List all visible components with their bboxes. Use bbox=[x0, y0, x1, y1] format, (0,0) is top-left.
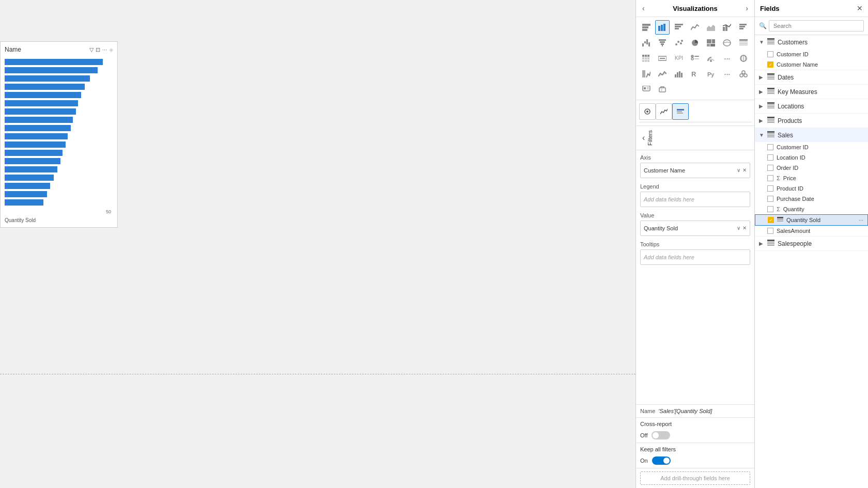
field-checkbox[interactable] bbox=[767, 228, 773, 234]
field-item[interactable]: Purchase Date bbox=[755, 194, 868, 204]
keep-filters-toggle[interactable] bbox=[652, 456, 671, 465]
format-button[interactable] bbox=[639, 103, 656, 120]
fields-search-bar: 🔍 bbox=[755, 17, 868, 35]
analytics-button[interactable] bbox=[656, 103, 672, 120]
viz-r-visual[interactable]: R bbox=[688, 67, 702, 81]
viz-custom3[interactable] bbox=[736, 67, 751, 81]
bar-row bbox=[5, 100, 113, 107]
viz-treemap[interactable] bbox=[704, 36, 718, 50]
cross-report-toggle[interactable] bbox=[652, 431, 670, 439]
field-checkbox[interactable] bbox=[767, 51, 773, 57]
svg-rect-42 bbox=[647, 57, 649, 59]
svg-rect-92 bbox=[767, 104, 774, 105]
field-group-header-dates[interactable]: ▶Dates bbox=[755, 70, 868, 84]
viz-gauge[interactable] bbox=[704, 51, 718, 66]
bar-chart bbox=[5, 56, 113, 208]
svg-rect-88 bbox=[767, 90, 774, 91]
viz-table[interactable] bbox=[736, 36, 751, 50]
field-item[interactable]: Customer ID bbox=[755, 49, 868, 59]
viz-column-chart[interactable] bbox=[672, 20, 686, 35]
svg-rect-107 bbox=[767, 242, 774, 243]
svg-rect-103 bbox=[777, 217, 783, 218]
field-item[interactable]: SalesAmount bbox=[755, 226, 868, 236]
nav-back-button[interactable]: ‹ bbox=[641, 4, 646, 12]
viz-custom4[interactable] bbox=[639, 82, 654, 97]
viz-pie[interactable] bbox=[688, 36, 702, 50]
filters-toggle-button[interactable]: ‹ bbox=[640, 131, 647, 145]
value-remove-button[interactable]: ✕ bbox=[742, 225, 747, 231]
viz-ribbon-chart[interactable] bbox=[736, 20, 751, 35]
svg-rect-1 bbox=[642, 26, 648, 28]
viz-more2[interactable]: ··· bbox=[720, 67, 734, 81]
field-item[interactable]: Product ID bbox=[755, 183, 868, 194]
svg-rect-45 bbox=[647, 60, 649, 62]
filter-icon[interactable]: ▽ bbox=[89, 46, 94, 53]
field-checkbox[interactable] bbox=[767, 154, 773, 161]
viz-funnel[interactable] bbox=[655, 36, 670, 50]
field-checkbox[interactable] bbox=[767, 206, 773, 212]
viz-custom1[interactable] bbox=[639, 67, 654, 81]
viz-combo-chart[interactable] bbox=[720, 20, 734, 35]
field-checkbox[interactable] bbox=[767, 175, 773, 181]
bar-row bbox=[5, 158, 113, 165]
field-item[interactable]: ΣPrice bbox=[755, 173, 868, 183]
viz-scatter[interactable] bbox=[672, 36, 686, 50]
more-icon[interactable]: ··· bbox=[102, 46, 107, 53]
field-group-header-customers[interactable]: ▼Customers bbox=[755, 35, 868, 49]
search-input[interactable] bbox=[769, 20, 864, 32]
nav-forward-button[interactable]: › bbox=[745, 4, 749, 12]
axis-well[interactable]: Customer Name ∨ ✕ bbox=[640, 163, 750, 178]
field-group-header-salespeople[interactable]: ▶Salespeople bbox=[755, 237, 868, 250]
focus-icon[interactable]: ⊡ bbox=[96, 46, 100, 53]
field-checkbox[interactable] bbox=[767, 196, 773, 202]
legend-section: Legend Add data fields here bbox=[640, 183, 750, 207]
svg-rect-6 bbox=[675, 24, 683, 25]
field-group-header-locations[interactable]: ▶Locations bbox=[755, 99, 868, 113]
field-item[interactable]: ✓Customer Name bbox=[755, 59, 868, 70]
viz-bar-chart[interactable] bbox=[655, 20, 670, 35]
field-group-header-sales[interactable]: ▼Sales bbox=[755, 128, 868, 142]
viz-slicer[interactable] bbox=[688, 51, 702, 66]
field-checkbox[interactable] bbox=[767, 144, 773, 150]
field-item-more[interactable]: ··· bbox=[859, 217, 863, 223]
viz-more[interactable]: ··· bbox=[720, 51, 734, 66]
field-checkbox[interactable]: ✓ bbox=[768, 217, 774, 223]
axis-remove-button[interactable]: ✕ bbox=[742, 167, 747, 173]
field-item[interactable]: Order ID bbox=[755, 163, 868, 173]
viz-line-chart[interactable] bbox=[688, 20, 702, 35]
viz-map[interactable] bbox=[720, 36, 734, 50]
tooltips-well[interactable]: Add data fields here bbox=[640, 249, 750, 265]
viz-card[interactable] bbox=[655, 51, 670, 66]
viz-globe[interactable] bbox=[736, 51, 751, 66]
field-item[interactable]: ✓Quantity Sold··· bbox=[755, 214, 868, 226]
viz-custom2[interactable] bbox=[655, 67, 670, 81]
svg-rect-53 bbox=[694, 58, 699, 59]
expand-icon: ▼ bbox=[759, 39, 764, 45]
fields-panel-close[interactable]: ✕ bbox=[857, 4, 863, 12]
field-checkbox[interactable]: ✓ bbox=[767, 61, 773, 68]
viz-python[interactable]: Py bbox=[704, 67, 718, 81]
field-group-header-products[interactable]: ▶Products bbox=[755, 114, 868, 128]
drillthrough-well[interactable]: Add drill-through fields here bbox=[640, 471, 750, 485]
viz-custom5[interactable]: ≡ bbox=[655, 82, 670, 97]
field-checkbox[interactable] bbox=[767, 165, 773, 171]
expand-icon: ▶ bbox=[759, 103, 764, 109]
viz-area-chart[interactable] bbox=[704, 20, 718, 35]
viz-waterfall[interactable] bbox=[639, 36, 654, 50]
svg-rect-8 bbox=[675, 28, 679, 29]
field-item[interactable]: ΣQuantity bbox=[755, 204, 868, 214]
value-expand-button[interactable]: ∨ bbox=[737, 225, 740, 231]
legend-well[interactable]: Add data fields here bbox=[640, 192, 750, 207]
field-item[interactable]: Customer ID bbox=[755, 142, 868, 152]
table-icon bbox=[767, 117, 774, 124]
field-checkbox[interactable] bbox=[767, 185, 773, 192]
viz-kpi[interactable]: KPI bbox=[672, 51, 686, 66]
viz-histogram[interactable] bbox=[672, 67, 686, 81]
viz-stacked-bar[interactable] bbox=[639, 20, 654, 35]
value-well[interactable]: Quantity Sold ∨ ✕ bbox=[640, 221, 750, 236]
field-group-header-key-measures[interactable]: ▶Key Measures bbox=[755, 85, 868, 99]
viz-matrix[interactable] bbox=[639, 51, 654, 66]
field-item[interactable]: Location ID bbox=[755, 152, 868, 163]
axis-expand-button[interactable]: ∨ bbox=[737, 167, 740, 173]
fields-action-button[interactable] bbox=[672, 103, 689, 120]
